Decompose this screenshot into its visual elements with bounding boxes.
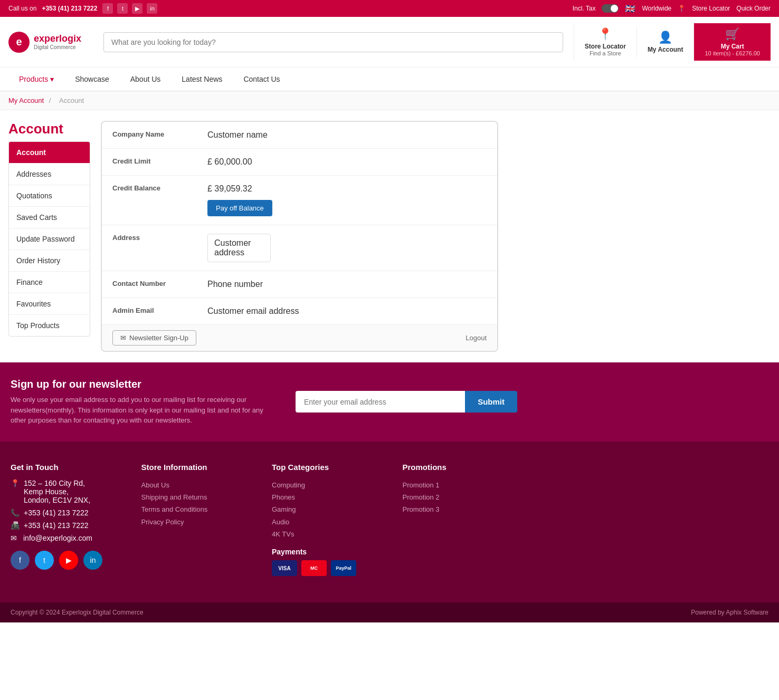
main-content-area: Company Name Customer name Credit Limit …	[101, 121, 498, 352]
sidebar-item-finance[interactable]: Finance	[9, 272, 90, 293]
sidebar-item-addresses[interactable]: Addresses	[9, 164, 90, 185]
footer-bottom: Copyright © 2024 Experlogix Digital Comm…	[0, 602, 779, 622]
footer-facebook-icon[interactable]: f	[11, 551, 30, 570]
tax-label: Incl. Tax	[573, 5, 596, 12]
field-label-address: Address	[102, 225, 197, 271]
menu-item-contact[interactable]: Contact Us	[233, 68, 290, 91]
cart-icon: 🛒	[725, 27, 739, 41]
newsletter-submit-button[interactable]: Submit	[465, 391, 517, 413]
youtube-icon[interactable]: ▶	[132, 3, 142, 14]
footer-link-promo1[interactable]: Promotion 1	[403, 479, 518, 491]
footer-phone1: 📞 +353 (41) 213 7222	[11, 509, 126, 517]
footer-col-store-info: Store Information About Us Shipping and …	[141, 463, 256, 577]
phone-icon: 📞	[11, 509, 20, 517]
table-row: Credit Balance £ 39,059.32 Pay off Balan…	[102, 176, 497, 225]
logo-text: experlogix Digital Commerce	[34, 33, 81, 51]
footer-link-terms[interactable]: Terms and Conditions	[141, 503, 256, 515]
search-input[interactable]	[103, 32, 563, 52]
send-icon: ✉	[120, 334, 126, 342]
brand-sub: Digital Commerce	[34, 44, 81, 51]
footer-store-info-title: Store Information	[141, 463, 256, 472]
paypal-icon: PayPal	[331, 560, 356, 576]
footer-link-audio[interactable]: Audio	[272, 516, 387, 528]
store-locator-ribbon[interactable]: Store Locator	[692, 5, 730, 12]
twitter-icon[interactable]: t	[117, 3, 128, 14]
my-cart-action[interactable]: 🛒 My Cart 10 item(s) - £6276.00	[694, 23, 771, 61]
footer-grid: Get in Touch 📍 152 – 160 City Rd,Kemp Ho…	[11, 463, 517, 577]
field-label-company: Company Name	[102, 122, 197, 149]
sidebar-item-favourites[interactable]: Favourites	[9, 293, 90, 315]
credit-balance-amount: £ 39,059.32	[207, 184, 487, 194]
table-row: Admin Email Customer email address	[102, 298, 497, 325]
footer-link-promo3[interactable]: Promotion 3	[403, 503, 518, 515]
facebook-icon[interactable]: f	[102, 3, 113, 14]
side-menu: Account Account Addresses Quotations Sav…	[8, 121, 90, 352]
newsletter-inner: Sign up for our newsletter We only use y…	[11, 378, 517, 426]
my-cart-sub: 10 item(s) - £6276.00	[705, 50, 760, 56]
footer-col-categories: Top Categories Computing Phones Gaming A…	[272, 463, 387, 577]
newsletter-section: Sign up for our newsletter We only use y…	[0, 362, 779, 442]
footer-linkedin-icon[interactable]: in	[83, 551, 102, 570]
field-value-email: Customer email address	[197, 298, 497, 325]
footer-address: 📍 152 – 160 City Rd,Kemp House,London, E…	[11, 479, 126, 504]
footer-get-in-touch-title: Get in Touch	[11, 463, 126, 472]
linkedin-icon[interactable]: in	[147, 3, 157, 14]
main-layout: Account Account Addresses Quotations Sav…	[0, 110, 507, 362]
footer-phone2-text: +353 (41) 213 7222	[24, 521, 89, 530]
sidebar-item-order-history[interactable]: Order History	[9, 250, 90, 272]
sidebar-item-top-products[interactable]: Top Products	[9, 315, 90, 336]
menu-item-news[interactable]: Latest News	[171, 68, 233, 91]
logo[interactable]: e experlogix Digital Commerce	[8, 32, 93, 53]
call-label: Call us on	[8, 5, 36, 12]
footer-twitter-icon[interactable]: t	[35, 551, 54, 570]
field-label-credit-balance: Credit Balance	[102, 176, 197, 225]
footer-youtube-icon[interactable]: ▶	[59, 551, 78, 570]
sidebar-item-account[interactable]: Account	[9, 142, 90, 164]
account-table: Company Name Customer name Credit Limit …	[102, 122, 497, 324]
tax-toggle[interactable]	[602, 4, 619, 13]
sidebar-item-update-password[interactable]: Update Password	[9, 228, 90, 250]
footer-link-privacy[interactable]: Privacy Policy	[141, 516, 256, 528]
side-menu-items: Account Addresses Quotations Saved Carts…	[8, 141, 90, 337]
footer-email: ✉ info@experlogix.com	[11, 534, 126, 542]
footer-link-4ktvs[interactable]: 4K TVs	[272, 528, 387, 540]
footer-col-contact: Get in Touch 📍 152 – 160 City Rd,Kemp Ho…	[11, 463, 126, 577]
brand-name: experlogix	[34, 33, 81, 45]
footer-link-about[interactable]: About Us	[141, 479, 256, 491]
field-label-email: Admin Email	[102, 298, 197, 325]
footer-promotions-title: Promotions	[403, 463, 518, 472]
quick-order[interactable]: Quick Order	[736, 5, 771, 12]
location-footer-icon: 📍	[11, 479, 20, 487]
sidebar-item-saved-carts[interactable]: Saved Carts	[9, 207, 90, 228]
store-locator-icon: 📍	[598, 27, 612, 41]
store-locator-action[interactable]: 📍 Store Locator Find a Store	[574, 23, 636, 61]
ribbon: Call us on +353 (41) 213 7222 f t ▶ in I…	[0, 0, 779, 17]
sidebar-item-quotations[interactable]: Quotations	[9, 185, 90, 207]
top-menu: Products ▾ Showcase About Us Latest News…	[0, 68, 779, 91]
breadcrumb-my-account[interactable]: My Account	[8, 97, 44, 104]
newsletter-form: Submit	[296, 391, 517, 413]
footer-link-phones[interactable]: Phones	[272, 491, 387, 503]
payments-section: Payments VISA MC PayPal	[272, 548, 387, 576]
menu-item-products[interactable]: Products ▾	[8, 68, 64, 91]
pay-off-balance-button[interactable]: Pay off Balance	[207, 200, 272, 216]
my-account-action[interactable]: 👤 My Account	[636, 26, 694, 57]
ribbon-right: Incl. Tax 🇬🇧 Worldwide 📍 Store Locator Q…	[573, 4, 771, 14]
footer-link-promo2[interactable]: Promotion 2	[403, 491, 518, 503]
footer-link-computing[interactable]: Computing	[272, 479, 387, 491]
logout-link[interactable]: Logout	[466, 334, 487, 342]
footer-link-gaming[interactable]: Gaming	[272, 503, 387, 515]
worldwide-label[interactable]: Worldwide	[642, 5, 671, 12]
field-value-credit-balance: £ 39,059.32 Pay off Balance	[197, 176, 497, 225]
menu-item-showcase[interactable]: Showcase	[64, 68, 120, 91]
newsletter-signup-button[interactable]: ✉ Newsletter Sign-Up	[112, 330, 196, 346]
ribbon-left: Call us on +353 (41) 213 7222 f t ▶ in	[8, 3, 157, 14]
mastercard-icon: MC	[301, 560, 327, 576]
newsletter-email-input[interactable]	[296, 391, 465, 413]
footer-address-text: 152 – 160 City Rd,Kemp House,London, EC1…	[24, 479, 90, 504]
breadcrumb: My Account / Account	[0, 91, 779, 110]
menu-item-about[interactable]: About Us	[120, 68, 172, 91]
store-locator-label: Store Locator	[585, 43, 626, 50]
header-actions: 📍 Store Locator Find a Store 👤 My Accoun…	[574, 23, 771, 61]
footer-link-shipping[interactable]: Shipping and Returns	[141, 491, 256, 503]
